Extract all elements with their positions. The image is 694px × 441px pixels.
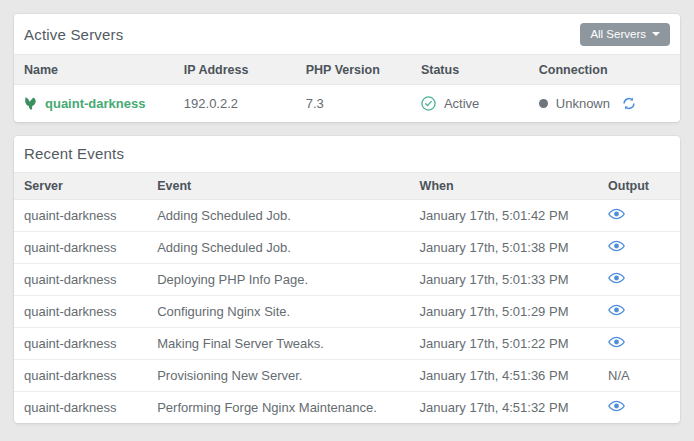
event-server: quaint-darkness	[14, 263, 147, 295]
column-header-status: Status	[411, 55, 529, 85]
active-servers-panel: Active Servers All Servers Name IP Addre…	[14, 14, 680, 122]
view-output-eye-icon[interactable]	[608, 272, 625, 284]
column-header-output: Output	[598, 172, 680, 199]
event-output-cell	[598, 295, 680, 327]
column-header-php-version: PHP Version	[296, 55, 411, 85]
event-name: Configuring Nginx Site.	[147, 295, 409, 327]
recent-events-panel: Recent Events Server Event When Output q…	[14, 136, 680, 424]
chevron-down-icon	[652, 32, 660, 36]
event-output-cell	[598, 199, 680, 231]
recent-events-title: Recent Events	[24, 145, 124, 162]
server-connection-label: Unknown	[556, 96, 610, 111]
table-row: quaint-darkness 192.0.2.2 7.3 Active	[14, 85, 680, 122]
column-header-when: When	[410, 172, 598, 199]
column-header-event: Event	[147, 172, 409, 199]
event-when: January 17th, 5:01:29 PM	[410, 295, 598, 327]
active-servers-table: Name IP Address PHP Version Status Conne…	[14, 54, 680, 122]
event-output-cell	[598, 231, 680, 263]
event-when: January 17th, 4:51:32 PM	[410, 391, 598, 423]
server-php-version: 7.3	[296, 85, 411, 122]
column-header-server: Server	[14, 172, 147, 199]
table-row: quaint-darknessProvisioning New Server.J…	[14, 359, 680, 391]
event-when: January 17th, 5:01:22 PM	[410, 327, 598, 359]
event-server: quaint-darkness	[14, 199, 147, 231]
view-output-eye-icon[interactable]	[608, 240, 625, 252]
event-when: January 17th, 4:51:36 PM	[410, 359, 598, 391]
recent-events-header: Recent Events	[14, 136, 680, 172]
table-row: quaint-darknessDeploying PHP Info Page.J…	[14, 263, 680, 295]
column-header-name: Name	[14, 55, 174, 85]
column-header-connection: Connection	[529, 55, 680, 85]
recent-events-header-row: Server Event When Output	[14, 172, 680, 199]
view-output-eye-icon[interactable]	[608, 400, 625, 412]
table-row: quaint-darknessConfiguring Nginx Site.Ja…	[14, 295, 680, 327]
event-server: quaint-darkness	[14, 231, 147, 263]
event-name: Adding Scheduled Job.	[147, 231, 409, 263]
event-output-na: N/A	[598, 359, 680, 391]
server-status-label: Active	[444, 96, 479, 111]
active-servers-title: Active Servers	[24, 26, 124, 43]
refresh-icon	[622, 96, 636, 111]
event-server: quaint-darkness	[14, 327, 147, 359]
event-server: quaint-darkness	[14, 359, 147, 391]
view-output-eye-icon[interactable]	[608, 208, 625, 220]
event-when: January 17th, 5:01:42 PM	[410, 199, 598, 231]
server-name-link[interactable]: quaint-darkness	[45, 96, 145, 111]
event-when: January 17th, 5:01:33 PM	[410, 263, 598, 295]
table-row: quaint-darknessAdding Scheduled Job.Janu…	[14, 231, 680, 263]
event-when: January 17th, 5:01:38 PM	[410, 231, 598, 263]
event-output-cell	[598, 263, 680, 295]
view-output-eye-icon[interactable]	[608, 304, 625, 316]
recent-events-table: Server Event When Output quaint-darkness…	[14, 172, 680, 424]
event-name: Performing Forge Nginx Maintenance.	[147, 391, 409, 423]
event-name: Adding Scheduled Job.	[147, 199, 409, 231]
active-servers-header: Active Servers All Servers	[14, 14, 680, 54]
refresh-connection-button[interactable]	[622, 96, 636, 111]
event-output-cell	[598, 391, 680, 423]
server-ip: 192.0.2.2	[174, 85, 296, 122]
table-row: quaint-darknessAdding Scheduled Job.Janu…	[14, 199, 680, 231]
check-circle-icon	[421, 96, 436, 111]
gray-dot-icon	[539, 99, 548, 108]
table-row: quaint-darknessMaking Final Server Tweak…	[14, 327, 680, 359]
event-output-cell	[598, 327, 680, 359]
column-header-ip-address: IP Address	[174, 55, 296, 85]
active-servers-header-row: Name IP Address PHP Version Status Conne…	[14, 55, 680, 85]
view-output-eye-icon[interactable]	[608, 336, 625, 348]
event-server: quaint-darkness	[14, 391, 147, 423]
table-row: quaint-darknessPerforming Forge Nginx Ma…	[14, 391, 680, 423]
all-servers-dropdown-button[interactable]: All Servers	[580, 23, 670, 46]
event-name: Deploying PHP Info Page.	[147, 263, 409, 295]
all-servers-dropdown-label: All Servers	[590, 28, 646, 40]
event-name: Making Final Server Tweaks.	[147, 327, 409, 359]
server-provider-icon	[24, 96, 37, 111]
event-server: quaint-darkness	[14, 295, 147, 327]
event-name: Provisioning New Server.	[147, 359, 409, 391]
